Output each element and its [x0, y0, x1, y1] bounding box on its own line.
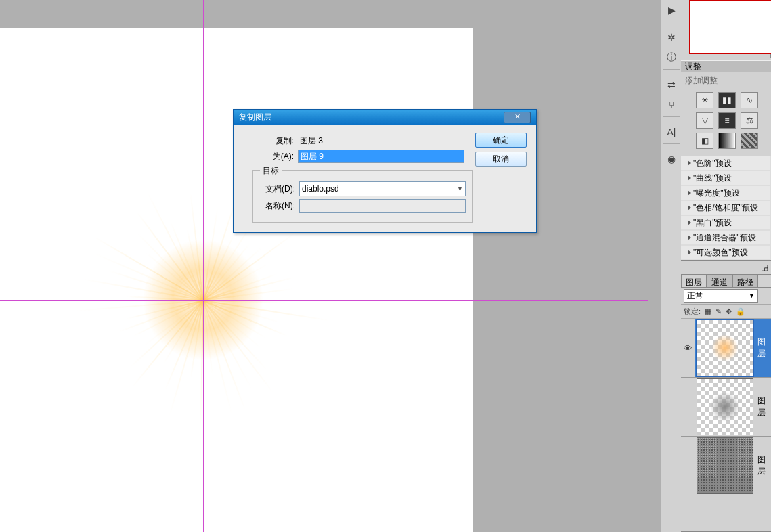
preset-item[interactable]: "黑白"预设 [681, 215, 771, 230]
chevron-down-icon: ▼ [457, 185, 463, 192]
lock-label: 锁定: [684, 307, 701, 317]
as-label: 为(A): [243, 151, 298, 162]
chevron-down-icon: ▼ [749, 292, 755, 299]
adjust-resize-icon[interactable]: ◲ [681, 260, 771, 274]
invert-icon[interactable]: ◧ [696, 133, 713, 149]
layer-row[interactable]: 👁图层 [681, 319, 771, 378]
adjustments-header[interactable]: 调整 [681, 60, 771, 72]
blend-mode-select[interactable]: 正常 ▼ [684, 289, 758, 303]
lock-all-icon[interactable]: 🔒 [736, 307, 745, 316]
triangle-right-icon [688, 250, 691, 255]
preset-item[interactable]: "色相/饱和度"预设 [681, 200, 771, 215]
brightness-icon[interactable]: ☀ [696, 92, 713, 108]
pattern-icon[interactable] [741, 133, 758, 149]
curves-icon[interactable]: ∿ [741, 92, 758, 108]
copy-source-value: 图层 3 [298, 135, 323, 147]
destination-group: 目标 文档(D): diablo.psd ▼ 名称(N): [252, 170, 473, 223]
preset-item[interactable]: "曲线"预设 [681, 171, 771, 185]
layer-visibility-toggle[interactable]: 👁 [681, 319, 695, 377]
triangle-right-icon [688, 175, 691, 181]
lock-row: 锁定: ▦ ✎ ✥ 🔒 [681, 305, 771, 319]
layer-name[interactable]: 图层 [755, 336, 771, 359]
hue-icon[interactable]: ≡ [718, 112, 736, 129]
canvas-area[interactable] [0, 0, 648, 532]
ok-button[interactable]: 确定 [475, 133, 527, 148]
tab-layers[interactable]: 图层 [681, 275, 707, 287]
lock-paint-icon[interactable]: ✎ [715, 307, 722, 316]
levels-icon[interactable]: ▮▮ [718, 92, 736, 108]
layer-thumbnail[interactable] [697, 437, 753, 494]
triangle-right-icon [688, 205, 691, 210]
info-icon[interactable]: ⓘ [663, 49, 680, 66]
play-icon[interactable]: ▶ [663, 1, 680, 19]
camera-icon[interactable]: ◉ [663, 150, 680, 168]
wheel-icon[interactable]: ✲ [663, 28, 680, 46]
dialog-title-text: 复制图层 [239, 110, 271, 125]
preset-item[interactable]: "通道混合器"预设 [681, 230, 771, 245]
lock-move-icon[interactable]: ✥ [726, 307, 732, 316]
dialog-titlebar[interactable]: 复制图层 ✕ [234, 110, 536, 125]
layers-panel: 图层 通道 路径 正常 ▼ 锁定: ▦ ✎ ✥ 🔒 👁图层图层图层 [681, 275, 771, 532]
layer-visibility-toggle[interactable] [681, 378, 695, 436]
duplicate-layer-dialog: 复制图层 ✕ 复制: 图层 3 为(A): 目标 文档(D): diablo.p… [233, 109, 537, 233]
document-select-value: diablo.psd [302, 184, 339, 194]
layer-row[interactable]: 图层 [681, 437, 771, 495]
layer-name[interactable]: 图层 [755, 454, 771, 477]
tab-paths[interactable]: 路径 [732, 275, 758, 287]
dialog-close-button[interactable]: ✕ [504, 112, 531, 123]
collapsed-panel-column: ▶ ✲ ⓘ ⇄ ⑂ A| ◉ [661, 0, 682, 532]
fork-icon[interactable]: ⑂ [663, 96, 680, 114]
gradient-icon[interactable] [718, 133, 736, 149]
vibrance-icon[interactable]: ▽ [696, 112, 713, 129]
document-select[interactable]: diablo.psd ▼ [299, 181, 466, 196]
text-icon[interactable]: A| [663, 123, 680, 141]
lock-transparency-icon[interactable]: ▦ [705, 307, 711, 316]
copy-source-label: 复制: [243, 135, 298, 147]
tab-channels[interactable]: 通道 [707, 275, 732, 287]
preset-item[interactable]: "曝光度"预设 [681, 185, 771, 200]
name-label: 名称(N): [260, 200, 299, 212]
preset-item[interactable]: "可选颜色"预设 [681, 245, 771, 260]
as-input[interactable] [298, 150, 464, 163]
document-label: 文档(D): [260, 183, 299, 195]
name-input [299, 199, 466, 213]
guide-horizontal[interactable] [0, 300, 648, 301]
triangle-right-icon [688, 190, 691, 196]
adjustments-panel: 调整 添加调整 ☀ ▮▮ ∿ ▽ ≡ ⚖ ◧ "色阶"预设"曲线"预设"曝光度"… [681, 60, 771, 275]
navigator-view-box[interactable] [689, 0, 771, 54]
eye-icon: 👁 [684, 343, 692, 353]
balance-icon[interactable]: ⚖ [741, 112, 758, 129]
adjustments-add-label: 添加调整 [681, 72, 771, 89]
cancel-button[interactable]: 取消 [475, 152, 527, 167]
layer-thumbnail[interactable] [697, 378, 753, 435]
right-panels: 调整 添加调整 ☀ ▮▮ ∿ ▽ ≡ ⚖ ◧ "色阶"预设"曲线"预设"曝光度"… [681, 0, 771, 532]
triangle-right-icon [688, 235, 691, 240]
navigator-panel[interactable] [682, 0, 771, 58]
guide-vertical[interactable] [203, 0, 204, 532]
layer-visibility-toggle[interactable] [681, 437, 695, 495]
layer-name[interactable]: 图层 [755, 395, 771, 418]
swap-icon[interactable]: ⇄ [663, 76, 680, 93]
layer-thumbnail[interactable] [697, 319, 753, 376]
triangle-right-icon [688, 160, 691, 166]
layer-row[interactable]: 图层 [681, 378, 771, 437]
triangle-right-icon [688, 220, 691, 225]
preset-item[interactable]: "色阶"预设 [681, 156, 771, 171]
destination-legend: 目标 [260, 165, 282, 177]
